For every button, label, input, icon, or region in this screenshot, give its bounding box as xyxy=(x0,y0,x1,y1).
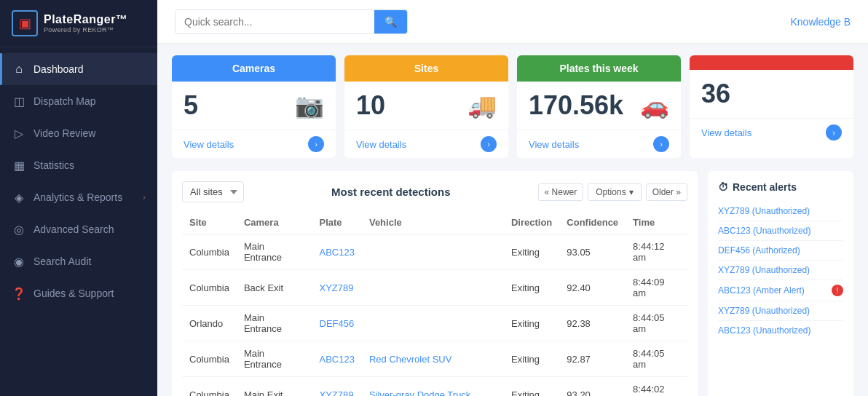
plate-link[interactable]: ABC123 xyxy=(320,247,355,258)
alert-item-alert-1[interactable]: XYZ789 (Unauthorized) xyxy=(718,202,843,221)
sidebar-item-dispatch-map[interactable]: ◫ Dispatch Map xyxy=(0,85,157,117)
sidebar-item-dashboard[interactable]: ⌂ Dashboard xyxy=(0,53,157,85)
search-input[interactable] xyxy=(175,10,374,33)
content-main: Cameras 5 📷 View details › Sites 10 🚚 Vi… xyxy=(157,44,868,396)
alert-item-alert-2[interactable]: ABC123 (Unauthorized) xyxy=(718,221,843,241)
stat-cards: Cameras 5 📷 View details › Sites 10 🚚 Vi… xyxy=(172,55,853,158)
alert-label-alert-4: XYZ789 (Unauthorized) xyxy=(718,265,810,275)
stat-card-footer-sites: View details › xyxy=(344,130,508,158)
view-details-arrow-sites[interactable]: › xyxy=(481,136,497,152)
sidebar-item-advanced-search[interactable]: ◎ Advanced Search xyxy=(0,213,157,245)
alert-item-alert-6[interactable]: XYZ789 (Unauthorized) xyxy=(718,301,843,321)
nav-icon-search-audit: ◉ xyxy=(12,254,26,269)
detections-toolbar: All sites Most recent detections « Newer… xyxy=(182,181,687,202)
alert-item-alert-7[interactable]: ABC123 (Unauthorized) xyxy=(718,321,843,340)
stat-card-plates_week: Plates this week 170.56k 🚗 View details … xyxy=(517,55,681,158)
nav-icon-video-review: ▷ xyxy=(12,126,26,140)
alerts-title: ⏱ Recent alerts xyxy=(718,181,843,193)
plate-link[interactable]: XYZ789 xyxy=(320,282,354,293)
cell-confidence: 93.05 xyxy=(559,234,626,270)
view-details-arrow-plates_week[interactable]: › xyxy=(653,136,669,152)
nav-icon-advanced-search: ◎ xyxy=(12,222,26,237)
nav-label-search-audit: Search Audit xyxy=(33,256,146,267)
pagination-controls: « Newer Options ▾ Older » xyxy=(538,183,687,201)
search-bar[interactable]: 🔍 xyxy=(175,9,408,34)
knowledge-base-link[interactable]: Knowledge B xyxy=(790,16,851,28)
alert-label-alert-6: XYZ789 (Unauthorized) xyxy=(718,306,810,316)
view-details-link-sites[interactable]: View details xyxy=(356,139,406,150)
search-icon: 🔍 xyxy=(384,16,397,28)
nav-label-analytics-reports: Analytics & Reports xyxy=(33,191,143,203)
col-header-site: Site xyxy=(182,211,237,234)
logo-text: PlateRanger™ Powered by REKOR™ xyxy=(44,13,127,33)
search-button[interactable]: 🔍 xyxy=(374,10,407,33)
cell-site: Columbia xyxy=(182,234,237,270)
plate-link[interactable]: ABC123 xyxy=(320,354,355,365)
main-area: 🔍 Knowledge B Cameras 5 📷 View details ›… xyxy=(157,0,868,396)
sidebar-item-search-audit[interactable]: ◉ Search Audit xyxy=(0,245,157,277)
options-arrow-icon: ▾ xyxy=(629,187,634,197)
table-row: ColumbiaMain ExitXYZ789Silver-gray Dodge… xyxy=(182,377,687,397)
plate-link[interactable]: XYZ789 xyxy=(320,389,354,397)
cell-camera: Main Entrance xyxy=(237,234,312,270)
stat-card-header-fourth xyxy=(690,55,853,70)
nav-icon-dashboard: ⌂ xyxy=(12,62,26,76)
options-button[interactable]: Options ▾ xyxy=(588,183,641,201)
stat-value-fourth: 36 xyxy=(701,79,730,109)
cell-plate: DEF456 xyxy=(312,306,362,341)
detections-area: All sites Most recent detections « Newer… xyxy=(172,171,853,396)
cell-vehicle xyxy=(362,270,504,306)
vehicle-link[interactable]: Silver-gray Dodge Truck xyxy=(369,389,470,397)
sites-select[interactable]: All sites xyxy=(182,181,244,202)
cell-camera: Back Exit xyxy=(237,270,312,306)
nav-icon-statistics: ▦ xyxy=(12,158,26,173)
sidebar-item-video-review[interactable]: ▷ Video Review xyxy=(0,117,157,149)
stat-card-sites: Sites 10 🚚 View details › xyxy=(344,55,508,158)
cell-direction: Exiting xyxy=(504,270,559,306)
logo-icon: ▣ xyxy=(12,10,38,36)
alert-item-alert-4[interactable]: XYZ789 (Unauthorized) xyxy=(718,261,843,280)
cell-camera: Main Entrance xyxy=(237,341,312,377)
nav-label-dashboard: Dashboard xyxy=(33,63,146,75)
cell-camera: Main Entrance xyxy=(237,306,312,341)
cell-time: 8:44:02 am xyxy=(626,377,687,397)
alert-label-alert-1: XYZ789 (Unauthorized) xyxy=(718,206,810,216)
logo-name: PlateRanger™ xyxy=(44,13,127,26)
nav-arrow-analytics-reports: › xyxy=(143,192,146,202)
alerts-label: Recent alerts xyxy=(733,181,797,193)
cell-direction: Exiting xyxy=(504,341,559,377)
older-button[interactable]: Older » xyxy=(646,183,687,201)
detections-panel: All sites Most recent detections « Newer… xyxy=(172,171,698,396)
alert-item-alert-3[interactable]: DEF456 (Authorized) xyxy=(718,241,843,261)
stat-card-body-fourth: 36 xyxy=(690,70,853,118)
sidebar-item-guides-support[interactable]: ❓ Guides & Support xyxy=(0,277,157,309)
stat-value-sites: 10 xyxy=(356,90,385,121)
cell-plate: XYZ789 xyxy=(312,270,362,306)
cell-confidence: 93.20 xyxy=(559,377,626,397)
alerts-panel: ⏱ Recent alerts XYZ789 (Unauthorized) AB… xyxy=(708,171,853,396)
nav-icon-guides-support: ❓ xyxy=(12,286,26,301)
col-header-time: Time xyxy=(626,211,687,234)
vehicle-link[interactable]: Red Chevrolet SUV xyxy=(369,354,451,365)
col-header-plate: Plate xyxy=(312,211,362,234)
sidebar-item-analytics-reports[interactable]: ◈ Analytics & Reports › xyxy=(0,181,157,213)
view-details-link-cameras[interactable]: View details xyxy=(184,139,234,150)
view-details-arrow-cameras[interactable]: › xyxy=(308,136,324,152)
stat-card-body-cameras: 5 📷 xyxy=(172,82,336,130)
nav-label-statistics: Statistics xyxy=(33,159,146,171)
newer-button[interactable]: « Newer xyxy=(538,183,584,201)
alert-item-alert-5[interactable]: ABC123 (Amber Alert) ! xyxy=(718,280,843,301)
cell-plate: ABC123 xyxy=(312,234,362,270)
stat-icon-cameras: 📷 xyxy=(295,92,324,119)
sidebar-item-statistics[interactable]: ▦ Statistics xyxy=(0,149,157,181)
stat-icon-sites: 🚚 xyxy=(467,92,497,119)
stat-card-footer-cameras: View details › xyxy=(172,130,336,158)
detections-title: Most recent detections xyxy=(331,186,450,198)
view-details-arrow-fourth[interactable]: › xyxy=(826,124,842,140)
stat-card-footer-plates_week: View details › xyxy=(517,130,681,158)
view-details-link-fourth[interactable]: View details xyxy=(701,127,751,138)
header: 🔍 Knowledge B xyxy=(157,0,868,44)
view-details-link-plates_week[interactable]: View details xyxy=(529,139,579,150)
nav-label-dispatch-map: Dispatch Map xyxy=(33,95,146,107)
plate-link[interactable]: DEF456 xyxy=(320,318,355,329)
